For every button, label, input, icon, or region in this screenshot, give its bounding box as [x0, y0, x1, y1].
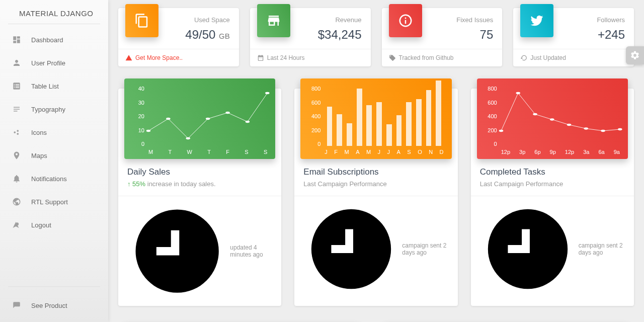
- sidebar-item-dashboard[interactable]: Dashboard: [5, 28, 103, 51]
- sidebar-item-label: Table List: [31, 83, 59, 90]
- sidebar-item-user-profile[interactable]: User Profile: [5, 51, 103, 74]
- stat-card-followers: Followers +245 Just Updated: [513, 8, 634, 66]
- svg-point-6: [206, 118, 210, 120]
- sidebar-item-typography[interactable]: Typography: [5, 98, 103, 121]
- stat-footer: Tracked from Github: [382, 49, 503, 66]
- chart-card-daily-sales: 010203040MTWTFSS Daily Sales↑ 55% increa…: [118, 89, 281, 306]
- twitter-icon: [520, 4, 553, 37]
- svg-point-3: [146, 130, 151, 132]
- sidebar-item-label: Icons: [31, 129, 47, 136]
- main: Used Space 49/50 GB Get More Space.. Rev…: [108, 0, 644, 322]
- sidebar-item-table-list[interactable]: Table List: [5, 74, 103, 98]
- chart-card-completed-tasks: 020040060080012p3p6p9p12p3a6a9a Complete…: [471, 89, 634, 306]
- charts-row: 010203040MTWTFSS Daily Sales↑ 55% increa…: [118, 89, 634, 306]
- chart-title: Completed Tasks: [480, 167, 625, 177]
- chart-sub: ↑ 55% increase in today sales.: [127, 180, 272, 188]
- svg-point-10: [499, 130, 503, 132]
- stat-footer[interactable]: Get More Space..: [118, 49, 239, 66]
- stat-footer: Last 24 Hours: [250, 49, 371, 66]
- sidebar-item-label: Typography: [31, 106, 65, 113]
- svg-point-9: [265, 92, 270, 94]
- svg-point-16: [601, 130, 605, 132]
- sidebar-item-see-product[interactable]: See Product: [5, 294, 103, 317]
- info-icon: [389, 4, 422, 37]
- svg-point-0: [14, 131, 16, 133]
- chart-footer: updated 4 minutes ago: [118, 196, 281, 306]
- chart-sub: Last Campaign Performance: [303, 180, 448, 188]
- chart-footer: campaign sent 2 days ago: [294, 196, 457, 302]
- sidebar-item-label: Notifications: [31, 175, 67, 183]
- sidebar-item-label: RTL Support: [31, 198, 68, 206]
- chart-plot: 010203040MTWTFSS: [124, 78, 275, 159]
- chart-card-email-subscriptions: 0200400600800JFMAMJJASOND Email Subscrip…: [294, 89, 457, 306]
- brand-title: MATERIAL DJANGO: [0, 4, 108, 21]
- svg-point-4: [166, 118, 171, 120]
- stat-card-used-space: Used Space 49/50 GB Get More Space..: [118, 8, 239, 66]
- settings-fab[interactable]: [626, 46, 644, 64]
- chart-plot: 020040060080012p3p6p9p12p3a6a9a: [477, 78, 628, 159]
- chart-title: Email Subscriptions: [303, 167, 448, 177]
- svg-point-8: [246, 121, 250, 123]
- chart-sub: Last Campaign Performance: [480, 180, 625, 188]
- svg-point-2: [17, 133, 19, 135]
- sidebar-item-label: Maps: [31, 152, 47, 159]
- sidebar-item-icons[interactable]: Icons: [5, 121, 103, 144]
- sidebar-item-logout[interactable]: Logout: [5, 213, 103, 236]
- chart-footer: campaign sent 2 days ago: [471, 196, 634, 302]
- stat-card-fixed-issues: Fixed Issues 75 Tracked from Github: [382, 8, 503, 66]
- chart-title: Daily Sales: [127, 167, 272, 177]
- svg-point-17: [618, 128, 622, 130]
- stat-card-revenue: Revenue $34,245 Last 24 Hours: [250, 8, 371, 66]
- sidebar-item-notifications[interactable]: Notifications: [5, 167, 103, 190]
- store-icon: [257, 4, 290, 37]
- stat-cards-row: Used Space 49/50 GB Get More Space.. Rev…: [118, 8, 634, 66]
- sidebar-item-rtl-support[interactable]: RTL Support: [5, 190, 103, 213]
- svg-point-14: [567, 124, 571, 126]
- svg-point-11: [516, 92, 520, 94]
- sidebar-item-label: Logout: [31, 221, 51, 229]
- sidebar: MATERIAL DJANGO Dashboard User Profile T…: [0, 0, 108, 322]
- svg-point-15: [584, 127, 588, 129]
- svg-point-1: [17, 130, 19, 132]
- stat-footer: Just Updated: [513, 49, 634, 66]
- svg-point-13: [550, 118, 554, 120]
- svg-point-12: [533, 113, 537, 115]
- sidebar-item-label: Dashboard: [31, 36, 63, 44]
- svg-point-7: [225, 112, 230, 114]
- svg-point-5: [186, 137, 191, 139]
- sidebar-item-label: See Product: [31, 302, 67, 309]
- sidebar-item-maps[interactable]: Maps: [5, 144, 103, 167]
- sidebar-item-label: User Profile: [31, 59, 65, 67]
- chart-plot: 0200400600800JFMAMJJASOND: [300, 78, 451, 159]
- nav: Dashboard User Profile Table List Typogr…: [0, 28, 108, 283]
- copy-icon: [125, 4, 158, 37]
